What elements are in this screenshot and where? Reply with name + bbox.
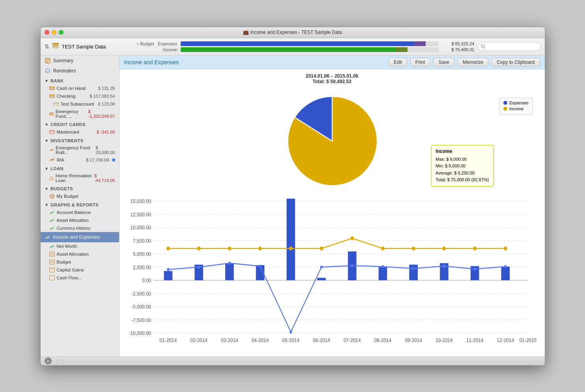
- capital-gains-name: Capital Gains: [49, 267, 84, 273]
- bar-aug-2014: [378, 267, 387, 280]
- minimize-button[interactable]: [52, 30, 56, 35]
- budget-section: ÷ Budget Expenses: $ 85,325.24 Income:: [127, 41, 475, 52]
- reports-label: GRAPHS & REPORTS: [50, 203, 99, 207]
- svg-rect-8: [50, 87, 54, 90]
- sidebar-item-emergency-roll[interactable]: Emergency Fund Rolli... $ 20,000.00: [41, 144, 119, 156]
- emergency-roll-amount: $ 20,000.00: [96, 145, 115, 155]
- account-icon: [52, 42, 60, 51]
- credit-arrow[interactable]: ▼: [45, 122, 49, 127]
- budgets-section-header: ▼ BUDGETS: [41, 184, 119, 192]
- sidebar-item-budget[interactable]: Budget: [41, 258, 119, 266]
- sidebar-item-ira[interactable]: IRA $ 17,700.04: [41, 156, 119, 164]
- svg-rect-16: [49, 112, 53, 115]
- report-panel: Income and Expenses Edit Print Save Memo…: [120, 56, 545, 357]
- sidebar-item-mastercard[interactable]: Mastercard $ -341.60: [41, 128, 119, 136]
- search-input[interactable]: [478, 42, 541, 51]
- bar-chart-container: .grid-line { stroke: #ddd; stroke-width:…: [123, 196, 541, 353]
- svg-text:06-2014: 06-2014: [313, 336, 330, 343]
- loan-arrow[interactable]: ▼: [45, 166, 49, 171]
- svg-text:2,500.00: 2,500.00: [133, 264, 151, 270]
- svg-text:02-2014: 02-2014: [190, 336, 207, 343]
- print-button[interactable]: Print: [410, 58, 430, 67]
- add-button[interactable]: +: [45, 357, 52, 364]
- sidebar-item-asset-alloc-1[interactable]: Asset Allocation: [41, 216, 119, 224]
- income-legend-dot: [503, 107, 507, 111]
- expenses-amount: $ 85,325.24: [441, 41, 475, 46]
- tooltip-max: Max: $ 9,000.00: [435, 156, 489, 163]
- legend-panel: Expenses Income: [499, 98, 533, 115]
- bank-arrow[interactable]: ▼: [45, 78, 49, 83]
- tooltip-box: Income Max: $ 9,000.00 Min: $ 6,000.00 A…: [431, 145, 493, 187]
- budgets-arrow[interactable]: ▼: [45, 186, 49, 191]
- expense-dot-apr: [259, 264, 261, 267]
- income-bar-stripe: [396, 47, 407, 52]
- bar-chart: .grid-line { stroke: #ddd; stroke-width:…: [123, 196, 541, 353]
- expense-dot-sep: [412, 267, 414, 269]
- sidebar-item-cash[interactable]: Cash on Hand $ 131.35: [41, 84, 119, 92]
- sort-icon[interactable]: ⇅: [45, 43, 49, 50]
- tooltip-title: Income: [435, 148, 489, 155]
- svg-text:12-2014: 12-2014: [497, 336, 514, 343]
- edit-button[interactable]: Edit: [389, 58, 407, 67]
- sidebar-item-home-loan[interactable]: Home Renovation Loan $ -44,714.05: [41, 172, 119, 184]
- divider-icon[interactable]: ⋮⋮: [56, 358, 65, 364]
- sidebar-item-net-worth[interactable]: Net Worth: [41, 242, 119, 250]
- save-button[interactable]: Save: [433, 58, 454, 67]
- sidebar-item-cash-flow[interactable]: Cash Flow...: [41, 274, 119, 282]
- svg-text:0.00: 0.00: [142, 277, 151, 283]
- chart-date-range: 2014.01.06 – 2015.01.06 Total: $ 59,492.…: [123, 73, 541, 84]
- mastercard-amount: $ -341.60: [97, 130, 115, 134]
- reminders-label: Reminders: [53, 68, 76, 74]
- income-dot-jul: [350, 236, 354, 240]
- sidebar-item-asset-alloc-2[interactable]: Asset Allocation: [41, 250, 119, 258]
- income-dot-jan: [166, 246, 170, 250]
- budget-name: Budget: [49, 259, 71, 265]
- titlebar: 💼 Income and Expenses - TEST Sample Data: [41, 27, 545, 38]
- emergency-roll-name: Emergency Fund Rolli...: [49, 145, 96, 155]
- sidebar-item-emergency[interactable]: Emergency Fund, ... $ -1,202,049.97: [41, 108, 119, 120]
- svg-text:03-2014: 03-2014: [221, 336, 238, 343]
- income-line: [168, 238, 505, 248]
- expenses-legend-dot: [503, 101, 507, 105]
- svg-text:04-2014: 04-2014: [251, 336, 269, 343]
- svg-text:12,500.00: 12,500.00: [130, 211, 151, 217]
- bar-sep-2014: [409, 264, 418, 280]
- loan-label: LOAN: [50, 166, 64, 171]
- svg-text:01-2015: 01-2015: [519, 336, 536, 343]
- income-expenses-icon: [45, 234, 51, 240]
- sidebar-item-capital-gains[interactable]: Capital Gains: [41, 266, 119, 274]
- toolbar-left: ⇅ TEST Sample Data: [45, 42, 123, 51]
- sidebar-item-checking[interactable]: Checking $ 137,083.54: [41, 92, 119, 100]
- bar-mar-2014: [225, 263, 234, 280]
- memorize-button[interactable]: Memorize: [458, 58, 489, 67]
- maximize-button[interactable]: [59, 30, 64, 35]
- investments-arrow[interactable]: ▼: [45, 138, 49, 143]
- income-bar-container: [181, 47, 439, 52]
- subaccount-amount: € 123.00: [98, 102, 115, 106]
- sidebar-item-summary[interactable]: Summary: [41, 56, 119, 66]
- svg-rect-1: [52, 45, 59, 46]
- bar-dec-2014: [501, 266, 510, 280]
- svg-text:-10,000.00: -10,000.00: [129, 330, 151, 336]
- ira-name: IRA: [49, 157, 64, 163]
- sidebar-item-mybudget[interactable]: My Budget: [41, 192, 119, 200]
- copy-clipboard-button[interactable]: Copy to Clipboard: [492, 58, 540, 67]
- reports-arrow[interactable]: ▼: [45, 203, 49, 207]
- expense-dot-aug: [381, 265, 384, 268]
- sidebar-item-income-expenses[interactable]: Income and Expenses: [41, 232, 119, 242]
- sidebar-item-subaccount[interactable]: Test Subaccount € 123.00: [41, 100, 119, 108]
- bottom-bar: + ⋮⋮: [41, 357, 545, 365]
- report-body: 2014.01.06 – 2015.01.06 Total: $ 59,492.…: [120, 69, 545, 357]
- income-dot-feb: [197, 246, 200, 250]
- expenses-label: Expenses:: [157, 41, 178, 46]
- close-button[interactable]: [45, 30, 49, 35]
- svg-text:11-2014: 11-2014: [466, 336, 483, 343]
- sidebar-item-currency-history[interactable]: Currency History: [41, 224, 119, 232]
- legend-item-expenses: Expenses: [503, 100, 528, 105]
- sidebar-item-account-balance[interactable]: Account Balance: [41, 208, 119, 216]
- income-dot-nov: [473, 246, 477, 250]
- mybudget-name: My Budget: [49, 193, 78, 199]
- toolbar: ⇅ TEST Sample Data ÷ Budget Expenses:: [41, 38, 545, 56]
- sidebar-item-reminders[interactable]: Reminders: [41, 66, 119, 76]
- expense-dot-jun: [320, 266, 322, 268]
